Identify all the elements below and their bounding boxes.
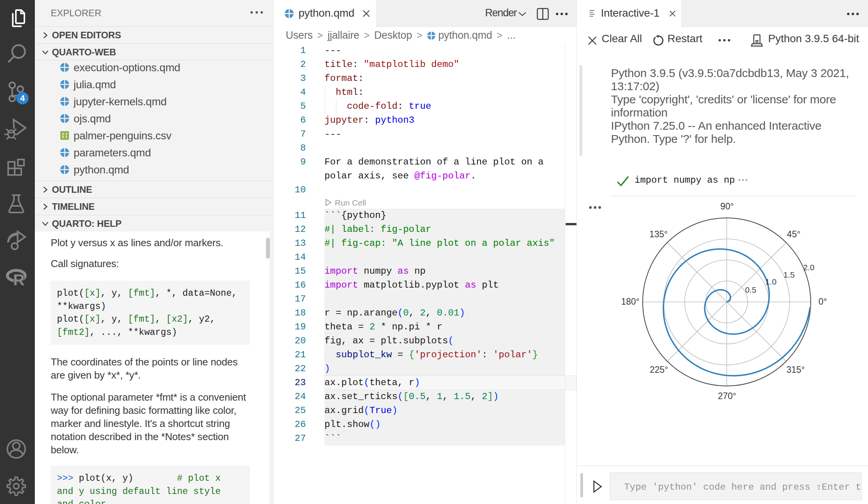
svg-text:135°: 135° — [649, 229, 668, 239]
svg-text:45°: 45° — [787, 229, 801, 239]
svg-text:2.0: 2.0 — [803, 263, 814, 272]
svg-text:0.5: 0.5 — [745, 285, 756, 294]
svg-text:180°: 180° — [621, 297, 640, 307]
svg-text:R: R — [13, 271, 25, 289]
svg-text:315°: 315° — [786, 365, 805, 375]
svg-text:270°: 270° — [718, 391, 736, 401]
svg-text:1.0: 1.0 — [765, 277, 776, 286]
svg-text:1.5: 1.5 — [783, 270, 794, 279]
svg-text:4: 4 — [20, 93, 25, 103]
svg-text:225°: 225° — [650, 365, 668, 375]
svg-text:0°: 0° — [818, 297, 827, 307]
svg-text:90°: 90° — [720, 201, 734, 211]
